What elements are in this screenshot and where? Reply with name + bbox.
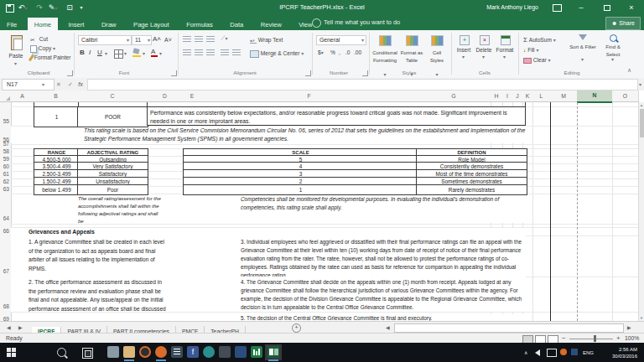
column-header-B[interactable]: B — [34, 90, 79, 102]
taskbar-app-icon-7[interactable] — [251, 346, 262, 358]
hscroll-left-icon[interactable]: ◀ — [386, 324, 390, 330]
share-button[interactable]: ☻ Share — [605, 17, 641, 30]
table-row-cell[interactable]: Poor — [77, 184, 148, 195]
cell-F69-final-decision[interactable]: 5. The decision of the Central Office Gr… — [241, 314, 524, 321]
clear-button[interactable]: Clear ▾ — [523, 56, 550, 65]
comma-style-icon[interactable]: , — [339, 49, 340, 56]
name-box-dropdown-icon[interactable]: ▾ — [42, 81, 44, 87]
taskbar-app-icon-2[interactable] — [139, 346, 151, 358]
table-row-cell[interactable]: 1 — [183, 184, 418, 195]
zoom-slider-track[interactable] — [569, 339, 613, 339]
number-dialog-launcher-icon[interactable] — [362, 70, 368, 76]
horizontal-scroll-thumb[interactable] — [394, 323, 624, 333]
volume-icon[interactable] — [535, 349, 540, 356]
zoom-in-icon[interactable]: + — [616, 334, 621, 342]
font-dialog-launcher-icon[interactable] — [171, 70, 177, 76]
cell-B55[interactable]: 1 — [34, 106, 80, 127]
collapse-ribbon-icon[interactable]: ∧ — [627, 67, 631, 74]
taskbar-app-icon-1[interactable] — [107, 346, 119, 358]
align-middle-icon[interactable] — [195, 36, 203, 43]
cell-F68-grievance-decision[interactable]: 4. The Grievance Committee shall decide … — [241, 278, 524, 312]
column-header-G[interactable]: G — [417, 90, 491, 102]
underline-button[interactable]: U — [97, 49, 102, 56]
underline-dropdown-icon[interactable]: ▾ — [105, 50, 107, 56]
align-top-icon[interactable] — [183, 36, 191, 43]
insert-function-icon[interactable]: fx — [75, 78, 86, 90]
minimize-button[interactable]: – — [572, 0, 590, 15]
tell-me-box[interactable]: Tell me what you want to do — [324, 15, 400, 30]
taskbar-app-icon-3[interactable] — [155, 346, 167, 358]
increase-decimal-icon[interactable]: .0 — [345, 49, 351, 56]
column-header-C[interactable]: C — [78, 90, 148, 102]
column-header-M[interactable]: M — [550, 90, 578, 102]
tray-app-icon-1[interactable] — [560, 349, 567, 355]
column-header-O[interactable]: O — [612, 90, 639, 102]
zoom-slider-thumb[interactable] — [594, 335, 596, 342]
row-header-66[interactable]: 66 — [0, 227, 9, 235]
calculator-icon[interactable] — [171, 346, 183, 358]
decrease-indent-icon[interactable] — [221, 49, 229, 56]
zoom-level[interactable]: 100% — [625, 335, 639, 341]
cell-F64-competencies-note[interactable]: Competencies shall be monitored for deve… — [201, 195, 526, 223]
cell-F67-appeal-process[interactable]: 3. Individual employees who feel aggriev… — [241, 238, 524, 275]
cut-button[interactable]: ✂ Cut — [30, 35, 48, 44]
select-all-corner[interactable] — [0, 90, 12, 102]
cell-A66-grievances-heading[interactable]: Grievances and Appeals — [11, 228, 526, 235]
clock[interactable]: 2:56 AM 30/03/2016 — [599, 346, 637, 359]
format-painter-button[interactable]: Format Painter — [30, 54, 70, 61]
tray-show-hidden-icon[interactable]: ∧ — [524, 349, 527, 356]
table-row-cell[interactable]: Rarely demostrates — [416, 184, 527, 195]
decrease-font-icon[interactable]: A˅ — [164, 36, 172, 44]
merge-center-button[interactable]: Merge & Center ▾ — [250, 49, 304, 58]
excel-taskbar-highlight[interactable] — [265, 344, 282, 360]
accounting-format-icon[interactable]: $▾ — [318, 49, 324, 57]
zoom-out-icon[interactable]: − — [562, 334, 566, 342]
column-header-N-selected[interactable]: N — [577, 90, 613, 103]
column-header-L[interactable]: L — [532, 90, 551, 102]
cancel-entry-icon[interactable]: ✕ — [54, 78, 64, 90]
clipboard-dialog-launcher-icon[interactable] — [67, 70, 73, 76]
cell-B56-rating-scale-note[interactable]: This rating scale is based on the Civil … — [11, 127, 526, 143]
font-size-combo[interactable]: 11▾ — [132, 35, 152, 45]
column-header-E[interactable]: E — [183, 90, 202, 102]
row-header-68[interactable]: 68 — [0, 303, 9, 311]
vertical-scrollbar[interactable]: ▲ ▼ — [638, 102, 644, 321]
percent-style-icon[interactable]: % — [330, 49, 335, 56]
copy-button[interactable]: Copy ▾ — [30, 44, 55, 53]
column-header-F[interactable]: F — [201, 90, 418, 102]
row-header-67[interactable]: 67 — [0, 267, 9, 276]
network-display-icon[interactable] — [547, 349, 557, 357]
increase-indent-icon[interactable] — [232, 49, 241, 56]
taskbar-search-icon[interactable] — [57, 348, 66, 357]
tray-app-icon-2[interactable] — [571, 349, 578, 355]
column-header-D[interactable]: D — [147, 90, 184, 102]
font-name-combo[interactable]: Calibri▾ — [78, 35, 132, 45]
bold-button[interactable]: B — [80, 49, 85, 56]
taskbar-app-icon-4[interactable] — [203, 346, 215, 358]
restore-button[interactable] — [597, 0, 615, 15]
taskbar-app-icon-6[interactable] — [235, 346, 247, 358]
row-header-64[interactable]: 64 — [0, 215, 9, 223]
fill-button[interactable]: ↓ Fill ▾ — [523, 46, 538, 54]
table-row-cell[interactable]: below 1.499 — [34, 184, 80, 195]
autosum-button[interactable]: Σ AutoSum ▾ — [523, 36, 556, 44]
new-sheet-icon[interactable]: + — [292, 323, 301, 333]
scroll-up-icon[interactable]: ▲ — [640, 103, 643, 107]
start-button-icon[interactable] — [7, 348, 16, 357]
align-left-icon[interactable] — [183, 49, 191, 56]
alignment-dialog-launcher-icon[interactable] — [305, 70, 311, 76]
hscroll-right-icon[interactable]: ▶ — [627, 324, 631, 330]
close-button[interactable]: × — [622, 0, 641, 15]
sheet-nav-right-icon[interactable]: ▶ — [18, 324, 23, 330]
task-view-icon[interactable] — [82, 348, 93, 359]
enter-entry-icon[interactable]: ✓ — [65, 78, 75, 90]
align-right-icon[interactable] — [206, 49, 215, 56]
wrap-text-button[interactable]: ↩ Wrap Text — [250, 36, 283, 44]
taskbar-app-icon-5[interactable] — [219, 346, 231, 358]
ribbon-display-options-icon[interactable] — [550, 0, 564, 15]
row-header-69[interactable]: 69 — [0, 315, 9, 321]
row-header-63[interactable]: 63 — [0, 185, 9, 194]
sheet-nav-left-icon[interactable]: ◀ — [7, 324, 11, 330]
expand-formula-bar-icon[interactable]: ▾ — [639, 81, 641, 87]
paste-button[interactable]: Paste ▾ — [5, 34, 27, 67]
